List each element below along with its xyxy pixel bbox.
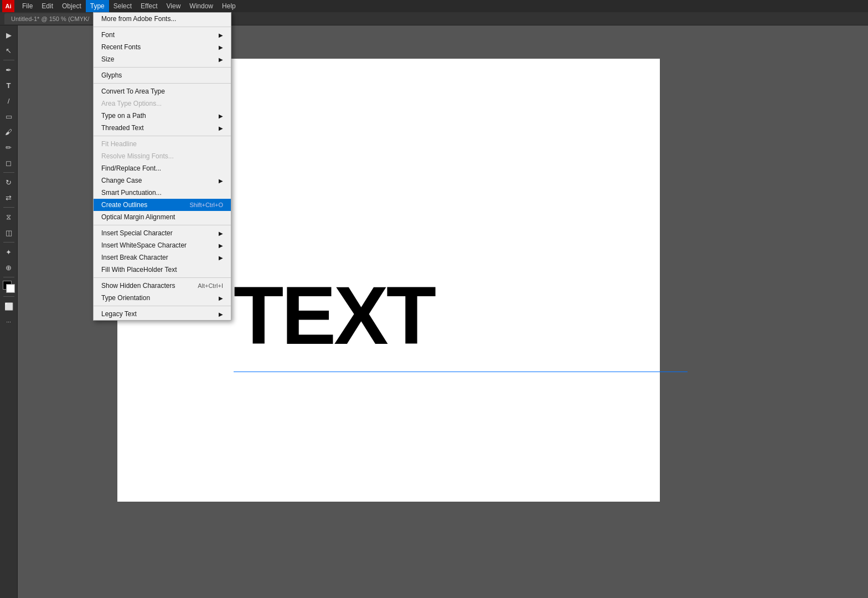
menu-insert-special-character[interactable]: Insert Special Character ▶: [94, 227, 231, 239]
type-on-path-submenu-arrow: ▶: [219, 113, 223, 119]
menu-fill-with-placeholder-text[interactable]: Fill With PlaceHolder Text: [94, 264, 231, 276]
paintbrush-tool-icon[interactable]: 🖌: [2, 125, 16, 139]
insert-whitespace-submenu-arrow: ▶: [219, 243, 223, 249]
toolbar-separator-5: [3, 277, 14, 277]
menu-select[interactable]: Select: [109, 0, 136, 12]
menu-type[interactable]: Type: [86, 0, 109, 12]
menu-font[interactable]: Font ▶: [94, 29, 231, 41]
menu-separator-7: [94, 306, 231, 306]
legacy-text-submenu-arrow: ▶: [219, 311, 223, 317]
menubar: Ai File Edit Object Type Select Effect V…: [0, 0, 868, 12]
menu-size[interactable]: Size ▶: [94, 53, 231, 65]
toolbar-separator-3: [3, 207, 14, 208]
menu-show-hidden-characters[interactable]: Show Hidden Characters Alt+Ctrl+I: [94, 280, 231, 292]
menu-create-outlines[interactable]: Create Outlines Shift+Ctrl+O: [94, 199, 231, 211]
zoom-tool-icon[interactable]: ⊕: [2, 260, 16, 275]
menu-convert-to-area-type[interactable]: Convert To Area Type: [94, 85, 231, 97]
color-swatch[interactable]: [3, 281, 15, 293]
menu-separator-3: [94, 83, 231, 84]
menu-change-case[interactable]: Change Case ▶: [94, 174, 231, 187]
menu-edit[interactable]: Edit: [37, 0, 58, 12]
type-menu-dropdown: More from Adobe Fonts... Font ▶ Recent F…: [93, 12, 231, 321]
app-logo: Ai: [2, 0, 14, 12]
menu-legacy-text[interactable]: Legacy Text ▶: [94, 308, 231, 320]
menu-file[interactable]: File: [18, 0, 37, 12]
change-case-submenu-arrow: ▶: [219, 178, 223, 184]
blend-tool-icon[interactable]: ⧖: [2, 210, 16, 224]
type-orientation-submenu-arrow: ▶: [219, 295, 223, 301]
menu-glyphs[interactable]: Glyphs: [94, 69, 231, 81]
document-tab[interactable]: Untitled-1* @ 150 % (CMYK/: [4, 13, 96, 24]
menu-smart-punctuation[interactable]: Smart Punctuation...: [94, 187, 231, 199]
insert-special-character-submenu-arrow: ▶: [219, 230, 223, 236]
toolbar-separator-1: [3, 60, 14, 60]
menu-optical-margin-alignment[interactable]: Optical Margin Alignment: [94, 211, 231, 223]
direct-selection-tool-icon[interactable]: ↖: [2, 43, 16, 58]
more-tools-icon[interactable]: ···: [2, 315, 16, 329]
font-submenu-arrow: ▶: [219, 32, 223, 38]
toolbar-separator-4: [3, 242, 14, 243]
menu-separator-1: [94, 27, 231, 27]
change-screen-mode-icon[interactable]: ⬜: [2, 299, 16, 313]
menu-more-from-adobe-fonts[interactable]: More from Adobe Fonts...: [94, 13, 231, 25]
pen-tool-icon[interactable]: ✒: [2, 63, 16, 77]
background-color[interactable]: [6, 284, 15, 293]
menu-separator-6: [94, 277, 231, 278]
rotate-tool-icon[interactable]: ↻: [2, 175, 16, 189]
line-tool-icon[interactable]: /: [2, 94, 16, 108]
rect-tool-icon[interactable]: ▭: [2, 109, 16, 123]
menu-find-replace-font[interactable]: Find/Replace Font...: [94, 162, 231, 174]
menu-fit-headline[interactable]: Fit Headline: [94, 138, 231, 150]
menu-help[interactable]: Help: [218, 0, 240, 12]
menu-window[interactable]: Window: [185, 0, 218, 12]
menu-type-on-path[interactable]: Type on a Path ▶: [94, 110, 231, 122]
menu-effect[interactable]: Effect: [136, 0, 162, 12]
menu-threaded-text[interactable]: Threaded Text ▶: [94, 122, 231, 134]
menu-separator-2: [94, 67, 231, 68]
eraser-tool-icon[interactable]: ◻: [2, 156, 16, 170]
create-outlines-shortcut: Shift+Ctrl+O: [189, 202, 223, 208]
menu-separator-5: [94, 225, 231, 225]
menu-recent-fonts[interactable]: Recent Fonts ▶: [94, 41, 231, 53]
left-toolbar: ▶ ↖ ✒ T / ▭ 🖌 ✏ ◻ ↻ ⇄ ⧖ ◫ ✦ ⊕ ⬜ ···: [0, 25, 18, 598]
threaded-text-submenu-arrow: ▶: [219, 125, 223, 131]
menu-view[interactable]: View: [162, 0, 185, 12]
insert-break-submenu-arrow: ▶: [219, 255, 223, 261]
eyedropper-tool-icon[interactable]: ✦: [2, 245, 16, 259]
toolbar-separator-2: [3, 172, 14, 173]
menu-object[interactable]: Object: [58, 0, 86, 12]
show-hidden-characters-shortcut: Alt+Ctrl+I: [198, 282, 223, 289]
selection-tool-icon[interactable]: ▶: [2, 28, 16, 42]
toolbar-separator-6: [3, 296, 14, 297]
menu-resolve-missing-fonts[interactable]: Resolve Missing Fonts...: [94, 150, 231, 162]
menu-separator-4: [94, 136, 231, 136]
menu-area-type-options[interactable]: Area Type Options...: [94, 97, 231, 110]
size-submenu-arrow: ▶: [219, 56, 223, 63]
pencil-tool-icon[interactable]: ✏: [2, 140, 16, 154]
canvas-text-element: TEXT: [234, 275, 434, 357]
type-tool-icon[interactable]: T: [2, 78, 16, 92]
menu-type-orientation[interactable]: Type Orientation ▶: [94, 292, 231, 304]
text-baseline-indicator: [234, 372, 688, 372]
recent-fonts-submenu-arrow: ▶: [219, 44, 223, 50]
menu-insert-whitespace-character[interactable]: Insert WhiteSpace Character ▶: [94, 239, 231, 251]
reflect-tool-icon[interactable]: ⇄: [2, 190, 16, 205]
menu-insert-break-character[interactable]: Insert Break Character ▶: [94, 251, 231, 264]
gradient-tool-icon[interactable]: ◫: [2, 225, 16, 240]
